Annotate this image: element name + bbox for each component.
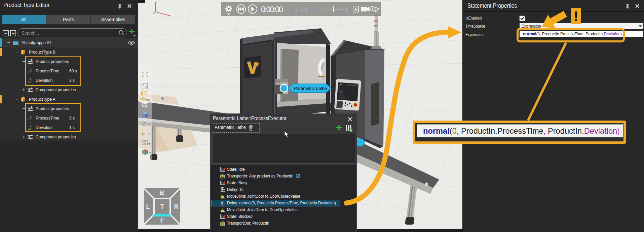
svg-text:!: !	[574, 9, 578, 24]
